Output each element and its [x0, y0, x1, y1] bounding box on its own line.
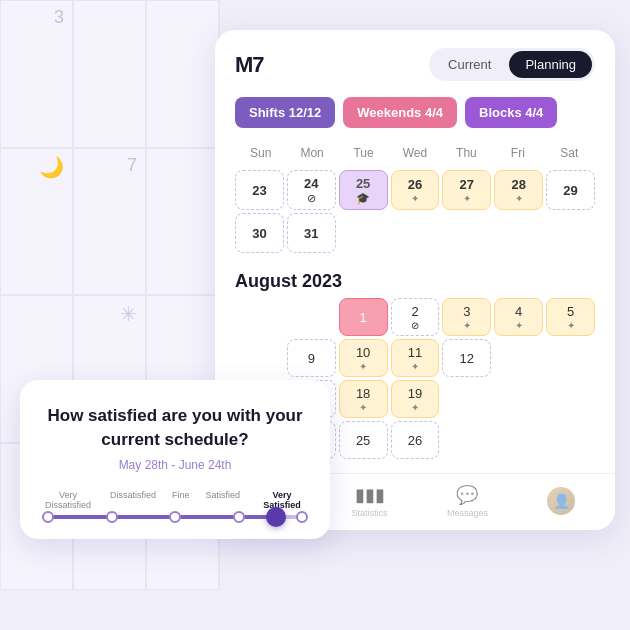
- bg-cell-3: [146, 0, 219, 148]
- bg-cell-5: 7: [73, 148, 146, 296]
- aug-cell-12[interactable]: 12: [442, 339, 491, 377]
- scale-very-dissatisfied: Very Dissatisfied: [42, 490, 94, 512]
- dot-1: [42, 511, 54, 523]
- nav-statistics-label: Statistics: [352, 508, 388, 518]
- july-week1: 23 24 ⊘ 25 🎓 26 ✦ 27 ✦ 28 ✦: [235, 170, 595, 210]
- user-avatar: 👤: [547, 487, 575, 515]
- slider-thumb: [266, 507, 286, 527]
- bg-cell-6: [146, 148, 219, 296]
- cal-cell-jul26[interactable]: 26 ✦: [391, 170, 440, 210]
- aug-cell-2[interactable]: 2 ⊘: [391, 298, 440, 336]
- weekends-filter-tab[interactable]: Weekends 4/4: [343, 97, 457, 128]
- bg-cell-1: 3: [0, 0, 73, 148]
- day-wed: Wed: [389, 142, 440, 164]
- scale-very-satisfied: Very Satisfied: [256, 490, 308, 512]
- day-tue: Tue: [338, 142, 389, 164]
- day-sat: Sat: [544, 142, 595, 164]
- aug-empty10: [494, 421, 543, 459]
- aug-empty1: [235, 298, 284, 336]
- bar-chart-icon: ▮▮▮: [355, 484, 385, 506]
- aug-empty5: [546, 339, 595, 377]
- cal-cell-jul24[interactable]: 24 ⊘: [287, 170, 336, 210]
- cal-cell-jul23[interactable]: 23: [235, 170, 284, 210]
- blocks-filter-tab[interactable]: Blocks 4/4: [465, 97, 557, 128]
- aug-empty6: [442, 380, 491, 418]
- slider-track: [42, 515, 308, 519]
- day-mon: Mon: [286, 142, 337, 164]
- august-heading: August 2023: [215, 261, 615, 298]
- dot-4: [233, 511, 245, 523]
- cal-cell-jul25[interactable]: 25 🎓: [339, 170, 388, 210]
- aug-empty8: [546, 380, 595, 418]
- calendar-section: Sun Mon Tue Wed Thu Fri Sat 23 24 ⊘ 25 🎓…: [215, 142, 615, 261]
- nav-statistics[interactable]: ▮▮▮ Statistics: [352, 484, 388, 518]
- filter-tabs: Shifts 12/12 Weekends 4/4 Blocks 4/4: [215, 93, 615, 142]
- logo: M7: [235, 52, 264, 78]
- cal-cell-empty1: [339, 213, 388, 253]
- day-thu: Thu: [441, 142, 492, 164]
- aug-cell-25[interactable]: 25: [339, 421, 388, 459]
- july-week2: 30 31: [235, 213, 595, 253]
- cal-cell-jul28[interactable]: 28 ✦: [494, 170, 543, 210]
- nav-messages[interactable]: 💬 Messages: [447, 484, 488, 518]
- aug-empty11: [546, 421, 595, 459]
- dot-3: [169, 511, 181, 523]
- aug-cell-4[interactable]: 4 ✦: [494, 298, 543, 336]
- aug-cell-9[interactable]: 9: [287, 339, 336, 377]
- survey-date-range: May 28th - June 24th: [42, 458, 308, 472]
- aug-empty9: [442, 421, 491, 459]
- cal-cell-empty3: [442, 213, 491, 253]
- nav-avatar[interactable]: 👤: [547, 487, 575, 515]
- view-toggle: Current Planning: [429, 48, 595, 81]
- bg-cell-2: [73, 0, 146, 148]
- aug-cell-1[interactable]: 1: [339, 298, 388, 336]
- aug-cell-3[interactable]: 3 ✦: [442, 298, 491, 336]
- aug-cell-26[interactable]: 26: [391, 421, 440, 459]
- cal-cell-empty2: [391, 213, 440, 253]
- cal-cell-jul27[interactable]: 27 ✦: [442, 170, 491, 210]
- aug-cell-19[interactable]: 19 ✦: [391, 380, 440, 418]
- nav-messages-label: Messages: [447, 508, 488, 518]
- day-sun: Sun: [235, 142, 286, 164]
- aug-cell-10[interactable]: 10 ✦: [339, 339, 388, 377]
- cal-cell-empty4: [494, 213, 543, 253]
- scale-fine: Fine: [172, 490, 190, 512]
- scale-satisfied: Satisfied: [205, 490, 240, 512]
- planning-toggle-btn[interactable]: Planning: [509, 51, 592, 78]
- dot-5: [296, 511, 308, 523]
- cal-cell-empty5: [546, 213, 595, 253]
- cal-cell-jul29[interactable]: 29: [546, 170, 595, 210]
- aug-cell-5[interactable]: 5 ✦: [546, 298, 595, 336]
- scale-dissatisfied: Dissatisfied: [110, 490, 156, 512]
- current-toggle-btn[interactable]: Current: [432, 51, 507, 78]
- aug-empty4: [494, 339, 543, 377]
- survey-card: How satisfied are you with your current …: [20, 380, 330, 539]
- satisfaction-slider[interactable]: [42, 515, 308, 519]
- days-header: Sun Mon Tue Wed Thu Fri Sat: [235, 142, 595, 164]
- day-fri: Fri: [492, 142, 543, 164]
- survey-title: How satisfied are you with your current …: [42, 404, 308, 452]
- card-header: M7 Current Planning: [215, 30, 615, 93]
- cal-cell-jul31[interactable]: 31: [287, 213, 336, 253]
- shifts-filter-tab[interactable]: Shifts 12/12: [235, 97, 335, 128]
- aug-empty3: [235, 339, 284, 377]
- moon-icon: 🌙: [39, 155, 64, 179]
- aug-cell-11[interactable]: 11 ✦: [391, 339, 440, 377]
- dot-2: [106, 511, 118, 523]
- chat-icon: 💬: [456, 484, 478, 506]
- bg-cell-4: 🌙: [0, 148, 73, 296]
- sun-icon: ✳: [120, 302, 137, 326]
- aug-empty7: [494, 380, 543, 418]
- scale-labels: Very Dissatisfied Dissatisfied Fine Sati…: [42, 490, 308, 512]
- aug-cell-18[interactable]: 18 ✦: [339, 380, 388, 418]
- cal-cell-jul30[interactable]: 30: [235, 213, 284, 253]
- aug-empty2: [287, 298, 336, 336]
